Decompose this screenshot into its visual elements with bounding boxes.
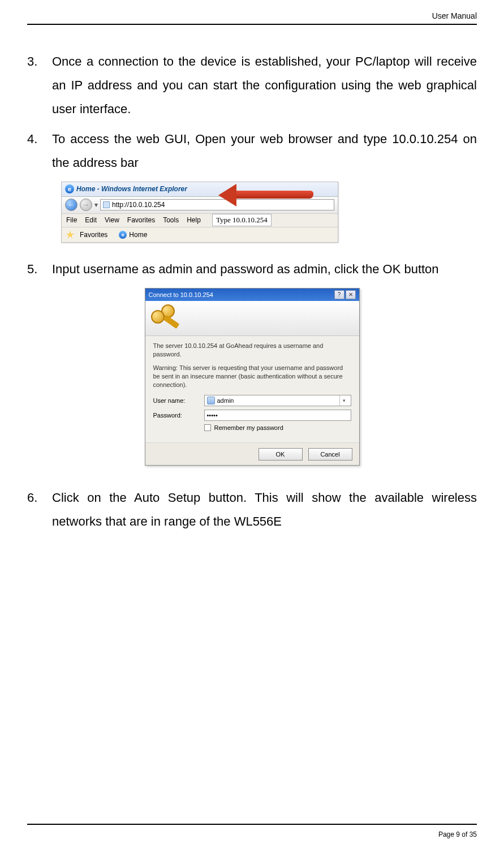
dialog-buttons: OK Cancel — [145, 442, 359, 465]
header-label: User Manual — [432, 11, 477, 20]
forward-button[interactable]: → — [80, 199, 92, 211]
dropdown-icon[interactable]: ▾ — [94, 201, 98, 209]
ie-logo-icon: e — [65, 184, 74, 193]
tab-home-label[interactable]: Home — [129, 231, 147, 239]
ie-favorites-bar: Favorites e Home — [62, 227, 338, 242]
step-3: 3. Once a connection to the device is es… — [27, 50, 477, 121]
ie-menubar: File Edit View Favorites Tools Help Type… — [62, 214, 338, 227]
dialog-message-1: The server 10.0.10.254 at GoAhead requir… — [153, 342, 351, 359]
address-bar[interactable]: http://10.0.10.254 — [100, 199, 334, 210]
footer-rule — [27, 824, 477, 825]
step-6: 6. Click on the Auto Setup button. This … — [27, 486, 477, 533]
menu-help[interactable]: Help — [187, 216, 201, 224]
menu-favorites[interactable]: Favorites — [127, 216, 155, 224]
dialog-body: The server 10.0.10.254 at GoAhead requir… — [145, 336, 359, 442]
login-dialog: Connect to 10.0.10.254 ? ✕ The server 10… — [145, 288, 360, 466]
password-value: ••••• — [207, 412, 218, 419]
menu-view[interactable]: View — [105, 216, 119, 224]
back-button[interactable]: ← — [65, 199, 77, 211]
footer-label: Page 9 of 35 — [438, 831, 477, 838]
page-content: 3. Once a connection to the device is es… — [27, 50, 477, 818]
menu-edit[interactable]: Edit — [85, 216, 97, 224]
step-5: 5. Input username as admin and password … — [27, 257, 477, 281]
keys-icon — [151, 304, 180, 332]
username-value: admin — [217, 397, 234, 404]
star-icon — [66, 231, 74, 239]
dialog-message-2: Warning: This server is requesting that … — [153, 364, 351, 389]
password-label: Password: — [153, 412, 204, 419]
step-4-num: 4. — [27, 127, 37, 151]
step-5-text: Input username as admin and password as … — [52, 262, 439, 276]
dialog-title-text: Connect to 10.0.10.254 — [149, 291, 213, 298]
ie-screenshot: e Home - Windows Internet Explorer ← → ▾… — [61, 182, 338, 243]
username-dropdown-icon[interactable]: ▾ — [339, 395, 348, 406]
dialog-banner — [145, 301, 359, 336]
menu-file[interactable]: File — [66, 216, 77, 224]
tab-ie-icon: e — [119, 231, 127, 239]
username-input[interactable]: admin ▾ — [204, 395, 351, 406]
help-button[interactable]: ? — [334, 290, 344, 299]
remember-checkbox[interactable] — [204, 424, 211, 431]
person-icon — [207, 397, 215, 405]
step-4-text: To access the web GUI, Open your web bro… — [52, 132, 477, 170]
step-6-num: 6. — [27, 486, 37, 510]
page-icon — [103, 201, 110, 208]
step-6-text: Click on the Auto Setup button. This wil… — [52, 490, 477, 528]
close-button[interactable]: ✕ — [346, 290, 356, 299]
url-text: http://10.0.10.254 — [112, 201, 165, 209]
header-rule — [27, 24, 477, 25]
cancel-button[interactable]: Cancel — [308, 448, 352, 461]
ok-button[interactable]: OK — [259, 448, 303, 461]
username-label: User name: — [153, 397, 204, 404]
step-3-num: 3. — [27, 50, 37, 74]
step-4: 4. To access the web GUI, Open your web … — [27, 127, 477, 175]
type-callout: Type 10.0.10.254 — [212, 214, 272, 226]
ie-title-text: Home - Windows Internet Explorer — [76, 185, 187, 193]
step-3-text: Once a connection to the device is estab… — [52, 54, 477, 116]
remember-label: Remember my password — [214, 424, 283, 431]
dialog-titlebar: Connect to 10.0.10.254 ? ✕ — [145, 289, 359, 301]
step-5-num: 5. — [27, 257, 37, 281]
ie-nav-bar: ← → ▾ http://10.0.10.254 — [62, 197, 338, 214]
ie-titlebar: e Home - Windows Internet Explorer — [62, 182, 338, 197]
password-input[interactable]: ••••• — [204, 410, 351, 421]
menu-tools[interactable]: Tools — [163, 216, 179, 224]
favorites-label[interactable]: Favorites — [80, 231, 107, 239]
